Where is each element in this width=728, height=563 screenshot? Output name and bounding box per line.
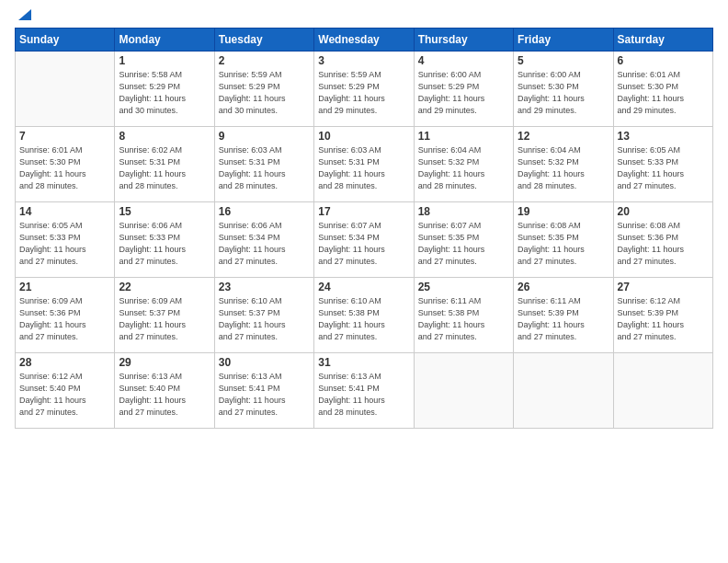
day-number: 7 <box>19 130 110 143</box>
calendar-cell: 8Sunrise: 6:02 AMSunset: 5:31 PMDaylight… <box>115 127 214 202</box>
logo <box>15 9 33 22</box>
day-number: 23 <box>219 281 310 293</box>
day-info: Sunrise: 6:08 AMSunset: 5:35 PMDaylight:… <box>518 220 609 268</box>
day-number: 1 <box>119 54 210 67</box>
calendar-week-row: 1Sunrise: 5:58 AMSunset: 5:29 PMDaylight… <box>16 52 713 127</box>
weekday-header: Monday <box>115 29 214 52</box>
day-number: 5 <box>518 54 609 67</box>
calendar-cell: 29Sunrise: 6:13 AMSunset: 5:40 PMDayligh… <box>115 353 214 429</box>
calendar-cell: 13Sunrise: 6:05 AMSunset: 5:33 PMDayligh… <box>613 127 712 202</box>
calendar-week-row: 28Sunrise: 6:12 AMSunset: 5:40 PMDayligh… <box>16 353 713 429</box>
svg-marker-0 <box>18 9 31 20</box>
calendar-cell <box>16 52 115 127</box>
day-number: 2 <box>219 54 310 67</box>
day-number: 24 <box>318 281 409 293</box>
day-number: 22 <box>119 281 210 293</box>
calendar-week-row: 7Sunrise: 6:01 AMSunset: 5:30 PMDaylight… <box>16 127 713 202</box>
day-info: Sunrise: 6:04 AMSunset: 5:32 PMDaylight:… <box>418 144 509 192</box>
day-number: 28 <box>19 356 110 369</box>
day-number: 31 <box>318 356 409 369</box>
calendar-cell: 27Sunrise: 6:12 AMSunset: 5:39 PMDayligh… <box>613 278 712 353</box>
calendar-cell: 21Sunrise: 6:09 AMSunset: 5:36 PMDayligh… <box>16 278 115 353</box>
day-info: Sunrise: 6:13 AMSunset: 5:41 PMDaylight:… <box>219 371 310 419</box>
calendar-cell: 17Sunrise: 6:07 AMSunset: 5:34 PMDayligh… <box>314 202 414 278</box>
day-number: 11 <box>418 130 509 143</box>
day-number: 17 <box>318 205 409 218</box>
day-info: Sunrise: 6:04 AMSunset: 5:32 PMDaylight:… <box>518 144 609 192</box>
day-info: Sunrise: 6:06 AMSunset: 5:34 PMDaylight:… <box>219 220 310 268</box>
page: SundayMondayTuesdayWednesdayThursdayFrid… <box>0 0 728 563</box>
day-info: Sunrise: 6:09 AMSunset: 5:36 PMDaylight:… <box>19 295 110 343</box>
day-info: Sunrise: 5:58 AMSunset: 5:29 PMDaylight:… <box>119 69 210 117</box>
calendar-cell: 28Sunrise: 6:12 AMSunset: 5:40 PMDayligh… <box>16 353 115 429</box>
day-info: Sunrise: 6:11 AMSunset: 5:39 PMDaylight:… <box>518 295 609 343</box>
day-info: Sunrise: 5:59 AMSunset: 5:29 PMDaylight:… <box>318 69 409 117</box>
day-number: 12 <box>518 130 609 143</box>
day-info: Sunrise: 5:59 AMSunset: 5:29 PMDaylight:… <box>219 69 310 117</box>
calendar-cell: 16Sunrise: 6:06 AMSunset: 5:34 PMDayligh… <box>214 202 313 278</box>
calendar-cell: 24Sunrise: 6:10 AMSunset: 5:38 PMDayligh… <box>314 278 414 353</box>
weekday-header: Sunday <box>16 29 115 52</box>
weekday-header: Friday <box>514 29 613 52</box>
calendar-week-row: 21Sunrise: 6:09 AMSunset: 5:36 PMDayligh… <box>16 278 713 353</box>
logo-triangle-icon <box>17 7 33 22</box>
day-info: Sunrise: 6:02 AMSunset: 5:31 PMDaylight:… <box>119 144 210 192</box>
day-number: 30 <box>219 356 310 369</box>
calendar-cell: 3Sunrise: 5:59 AMSunset: 5:29 PMDaylight… <box>314 52 414 127</box>
day-info: Sunrise: 6:01 AMSunset: 5:30 PMDaylight:… <box>19 144 110 192</box>
calendar-cell: 31Sunrise: 6:13 AMSunset: 5:41 PMDayligh… <box>314 353 414 429</box>
day-number: 10 <box>318 130 409 143</box>
day-number: 6 <box>618 54 709 67</box>
calendar-cell: 7Sunrise: 6:01 AMSunset: 5:30 PMDaylight… <box>16 127 115 202</box>
day-info: Sunrise: 6:08 AMSunset: 5:36 PMDaylight:… <box>618 220 709 268</box>
day-number: 9 <box>219 130 310 143</box>
day-info: Sunrise: 6:12 AMSunset: 5:39 PMDaylight:… <box>618 295 709 343</box>
calendar-cell: 6Sunrise: 6:01 AMSunset: 5:30 PMDaylight… <box>613 52 712 127</box>
calendar-cell: 14Sunrise: 6:05 AMSunset: 5:33 PMDayligh… <box>16 202 115 278</box>
day-info: Sunrise: 6:01 AMSunset: 5:30 PMDaylight:… <box>618 69 709 117</box>
calendar-cell: 25Sunrise: 6:11 AMSunset: 5:38 PMDayligh… <box>414 278 513 353</box>
day-number: 26 <box>518 281 609 293</box>
calendar-cell: 9Sunrise: 6:03 AMSunset: 5:31 PMDaylight… <box>214 127 313 202</box>
day-info: Sunrise: 6:09 AMSunset: 5:37 PMDaylight:… <box>119 295 210 343</box>
day-info: Sunrise: 6:06 AMSunset: 5:33 PMDaylight:… <box>119 220 210 268</box>
day-number: 20 <box>618 205 709 218</box>
calendar-cell: 2Sunrise: 5:59 AMSunset: 5:29 PMDaylight… <box>214 52 313 127</box>
calendar-header-row: SundayMondayTuesdayWednesdayThursdayFrid… <box>16 29 713 52</box>
day-info: Sunrise: 6:03 AMSunset: 5:31 PMDaylight:… <box>219 144 310 192</box>
day-number: 27 <box>618 281 709 293</box>
calendar-cell: 19Sunrise: 6:08 AMSunset: 5:35 PMDayligh… <box>514 202 613 278</box>
calendar-cell: 15Sunrise: 6:06 AMSunset: 5:33 PMDayligh… <box>115 202 214 278</box>
weekday-header: Thursday <box>414 29 513 52</box>
day-number: 16 <box>219 205 310 218</box>
day-info: Sunrise: 6:05 AMSunset: 5:33 PMDaylight:… <box>19 220 110 268</box>
day-number: 29 <box>119 356 210 369</box>
day-info: Sunrise: 6:05 AMSunset: 5:33 PMDaylight:… <box>618 144 709 192</box>
calendar-cell: 5Sunrise: 6:00 AMSunset: 5:30 PMDaylight… <box>514 52 613 127</box>
day-info: Sunrise: 6:00 AMSunset: 5:29 PMDaylight:… <box>418 69 509 117</box>
calendar-cell: 23Sunrise: 6:10 AMSunset: 5:37 PMDayligh… <box>214 278 313 353</box>
day-info: Sunrise: 6:12 AMSunset: 5:40 PMDaylight:… <box>19 371 110 419</box>
weekday-header: Saturday <box>613 29 712 52</box>
calendar-cell: 1Sunrise: 5:58 AMSunset: 5:29 PMDaylight… <box>115 52 214 127</box>
day-info: Sunrise: 6:13 AMSunset: 5:41 PMDaylight:… <box>318 371 409 419</box>
calendar-cell: 10Sunrise: 6:03 AMSunset: 5:31 PMDayligh… <box>314 127 414 202</box>
calendar-cell: 4Sunrise: 6:00 AMSunset: 5:29 PMDaylight… <box>414 52 513 127</box>
day-number: 15 <box>119 205 210 218</box>
calendar-cell <box>613 353 712 429</box>
day-number: 8 <box>119 130 210 143</box>
calendar-cell: 11Sunrise: 6:04 AMSunset: 5:32 PMDayligh… <box>414 127 513 202</box>
calendar-cell: 26Sunrise: 6:11 AMSunset: 5:39 PMDayligh… <box>514 278 613 353</box>
day-number: 3 <box>318 54 409 67</box>
day-number: 13 <box>618 130 709 143</box>
day-info: Sunrise: 6:07 AMSunset: 5:34 PMDaylight:… <box>318 220 409 268</box>
calendar-table: SundayMondayTuesdayWednesdayThursdayFrid… <box>15 28 713 429</box>
day-info: Sunrise: 6:10 AMSunset: 5:38 PMDaylight:… <box>318 295 409 343</box>
calendar-cell: 20Sunrise: 6:08 AMSunset: 5:36 PMDayligh… <box>613 202 712 278</box>
calendar-cell <box>514 353 613 429</box>
day-number: 25 <box>418 281 509 293</box>
calendar-cell: 18Sunrise: 6:07 AMSunset: 5:35 PMDayligh… <box>414 202 513 278</box>
weekday-header: Tuesday <box>214 29 313 52</box>
weekday-header: Wednesday <box>314 29 414 52</box>
header <box>15 9 713 22</box>
